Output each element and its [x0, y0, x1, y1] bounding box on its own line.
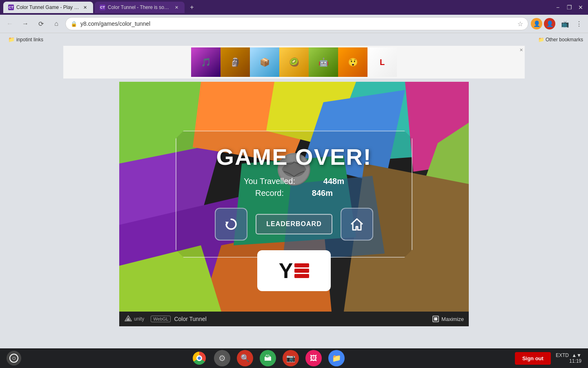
other-bookmarks[interactable]: 📁 Other bookmarks	[538, 37, 583, 43]
forward-button[interactable]: →	[19, 17, 32, 30]
leaderboard-button[interactable]: LEADERBOARD	[256, 214, 332, 234]
record-value: 846m	[308, 188, 333, 198]
game-title-text: Color Tunnel	[174, 316, 432, 322]
y8-bar-bot	[294, 274, 309, 278]
profile-icon-orange[interactable]: 👤	[531, 18, 542, 29]
unity-icon	[124, 315, 132, 323]
new-tab-button[interactable]: +	[186, 2, 198, 13]
bookmark-star-icon[interactable]: ☆	[517, 20, 523, 28]
ad-thumb-7[interactable]: L	[368, 47, 397, 77]
title-bar: CT Color Tunnel Game - Play o... ✕ CT Co…	[0, 0, 588, 15]
network-status: EXTD ▲▼	[556, 352, 581, 358]
tab2-close[interactable]: ✕	[173, 4, 180, 11]
y8-logo: Y	[279, 258, 310, 283]
ad-thumb-3[interactable]: 📦	[250, 47, 279, 77]
tab2-title: Color Tunnel - There is somethi...	[108, 4, 171, 10]
profile-area: 👤 👤	[531, 18, 555, 29]
ad-thumb-6[interactable]: 😲	[338, 47, 368, 77]
ad-thumb-4[interactable]: 🥝	[279, 47, 309, 77]
record-label: Record:	[255, 188, 284, 198]
lock-icon: 🔒	[71, 21, 77, 27]
maximize-button-game[interactable]: Maximize	[432, 316, 464, 322]
url-text: y8.com/games/color_tunnel	[80, 20, 514, 27]
game-outer: GAME OVER! You Travelled: 448m Record: 8…	[63, 82, 525, 326]
ad-images: 🎵 🗿 📦 🥝 🤖 😲 L	[191, 47, 397, 77]
webgl-badge: WebGL	[151, 316, 171, 322]
bookmarks-bar: 📁 inpotint links 📁 Other bookmarks	[0, 33, 588, 46]
game-frame: GAME OVER! You Travelled: 448m Record: 8…	[119, 82, 469, 326]
restart-button[interactable]	[215, 208, 247, 240]
minimize-button[interactable]: −	[554, 3, 562, 11]
unity-label: unity	[134, 316, 144, 322]
maximize-label: Maximize	[441, 316, 464, 322]
ad-thumb-5[interactable]: 🤖	[309, 47, 338, 77]
stats-row-record: Record: 846m	[193, 188, 395, 198]
taskbar-settings[interactable]: ⚙	[214, 350, 230, 366]
ad-close-icon[interactable]: ✕	[519, 47, 523, 53]
tab1-favicon: CT	[8, 4, 14, 10]
reload-button[interactable]: ⟳	[34, 17, 47, 30]
taskbar-chrome[interactable]	[191, 350, 207, 366]
tab1-close[interactable]: ✕	[82, 4, 88, 11]
travelled-value: 448m	[320, 177, 344, 186]
folder-icon: 📁	[8, 36, 15, 43]
y8-bar-mid	[294, 269, 309, 273]
taskbar-right: Sign out EXTD ▲▼ 11:19	[515, 352, 581, 365]
taskbar-launcher[interactable]: 🔍	[237, 350, 253, 366]
tab-2[interactable]: CT Color Tunnel - There is somethi... ✕	[95, 2, 185, 13]
taskbar-gallery[interactable]: 🖼	[305, 350, 322, 366]
sign-out-button[interactable]: Sign out	[515, 352, 551, 365]
ad-thumb-1[interactable]: 🎵	[191, 47, 220, 77]
game-footer-bar: unity WebGL Color Tunnel Maximize	[119, 312, 469, 326]
toolbar: ← → ⟳ ⌂ 🔒 y8.com/games/color_tunnel ☆ 👤 …	[0, 15, 588, 33]
clock: 11:19	[569, 358, 581, 364]
game-over-buttons: LEADERBOARD	[193, 208, 395, 240]
close-button[interactable]: ✕	[577, 3, 585, 11]
taskbar-files[interactable]: 📁	[328, 350, 345, 366]
game-canvas[interactable]: GAME OVER! You Travelled: 448m Record: 8…	[119, 82, 469, 312]
ad-banner: 🎵 🗿 📦 🥝 🤖 😲 L ✕	[63, 46, 525, 79]
svg-rect-20	[434, 317, 437, 321]
taskbar-center: ⚙ 🔍 🏔 📷 🖼 📁	[191, 350, 345, 366]
taskbar-photos[interactable]: 🏔	[260, 350, 276, 366]
bookmark-label: inpotint links	[16, 37, 43, 43]
address-bar[interactable]: 🔒 y8.com/games/color_tunnel ☆	[65, 17, 528, 30]
network-arrow: ▲▼	[572, 352, 581, 358]
y8-logo-container[interactable]: Y	[257, 250, 331, 291]
bookmark-inpotint[interactable]: 📁 inpotint links	[5, 35, 47, 44]
home-button-game[interactable]	[341, 208, 373, 240]
game-over-title: GAME OVER!	[193, 144, 395, 170]
ad-thumb-2[interactable]: 🗿	[220, 47, 250, 77]
window-controls: − ❐ ✕	[554, 3, 585, 11]
taskbar-left: ○	[7, 351, 21, 366]
back-button[interactable]: ←	[3, 17, 16, 30]
taskbar: ○ ⚙ 🔍 🏔 📷	[0, 348, 588, 368]
taskbar-status: EXTD ▲▼ 11:19	[556, 352, 581, 364]
maximize-button[interactable]: ❐	[565, 3, 573, 11]
tab1-title: Color Tunnel Game - Play o...	[16, 4, 79, 10]
y8-bar-top	[294, 263, 309, 267]
taskbar-camera[interactable]: 📷	[283, 350, 299, 366]
game-over-panel: GAME OVER! You Travelled: 448m Record: 8…	[176, 130, 412, 258]
y8-bars	[294, 263, 309, 278]
page-content: 🎵 🗿 📦 🥝 🤖 😲 L ✕	[0, 46, 588, 368]
unity-logo: unity	[124, 315, 144, 323]
stats-row-travelled: You Travelled: 448m	[193, 177, 395, 186]
tab-1[interactable]: CT Color Tunnel Game - Play o... ✕	[3, 2, 93, 13]
travelled-label: You Travelled:	[244, 177, 295, 186]
folder-icon-right: 📁	[538, 37, 544, 43]
profile-icon-red[interactable]: 👤	[544, 18, 555, 29]
menu-icon[interactable]: ⋮	[573, 18, 585, 29]
launcher-icon[interactable]: ○	[7, 351, 21, 366]
cast-icon[interactable]: 📺	[559, 18, 571, 29]
home-button[interactable]: ⌂	[50, 17, 63, 30]
tab2-favicon: CT	[100, 4, 105, 10]
browser-frame: CT Color Tunnel Game - Play o... ✕ CT Co…	[0, 0, 588, 368]
